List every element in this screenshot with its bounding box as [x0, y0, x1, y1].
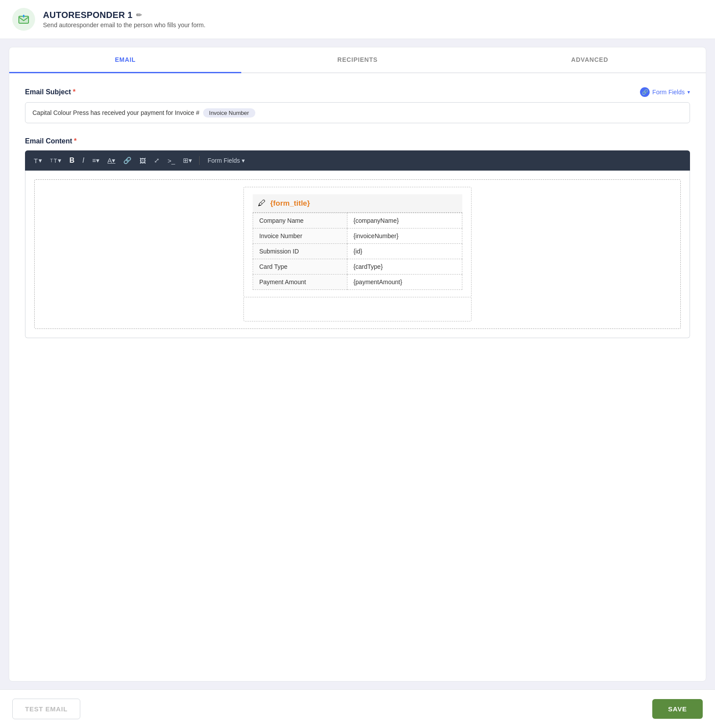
email-subject-label: Email Subject* — [25, 88, 75, 96]
toolbar-form-fields-button[interactable]: Form Fields ▾ — [204, 155, 248, 166]
table-button[interactable]: ⊞▾ — [180, 155, 195, 166]
email-content-section: Email Content* T▾ TT▾ B I ≡▾ A▾ 🔗 🖼 — [25, 137, 690, 338]
editor-area[interactable]: 🖊 {form_title} Company Name {companyName… — [25, 171, 690, 338]
image-button[interactable]: 🖼 — [137, 155, 149, 166]
editor-toolbar: T▾ TT▾ B I ≡▾ A▾ 🔗 🖼 ⤢ >_ ⊞▾ — [25, 150, 690, 171]
form-title-text: {form_title} — [270, 199, 310, 208]
table-label-payment: Payment Amount — [253, 275, 347, 290]
table-value-payment: {paymentAmount} — [347, 275, 462, 290]
table-row: Card Type {cardType} — [253, 259, 462, 275]
italic-button[interactable]: I — [80, 155, 87, 166]
bottom-bar: TEST EMAIL SAVE — [0, 689, 715, 728]
editor-footer-area — [243, 297, 472, 321]
save-button[interactable]: SAVE — [652, 699, 703, 719]
email-data-table: Company Name {companyName} Invoice Numbe… — [253, 213, 462, 290]
table-row: Invoice Number {invoiceNumber} — [253, 228, 462, 244]
chevron-down-icon: ▾ — [687, 89, 690, 95]
code-button[interactable]: >_ — [165, 155, 178, 166]
tabs: EMAIL RECIPIENTS ADVANCED — [9, 47, 706, 73]
table-value-invoice: {invoiceNumber} — [347, 228, 462, 244]
form-title-row: 🖊 {form_title} — [253, 194, 462, 213]
expand-button[interactable]: ⤢ — [151, 155, 162, 166]
link-icon: 🔗 — [640, 87, 650, 97]
table-label-card: Card Type — [253, 259, 347, 275]
test-email-button[interactable]: TEST EMAIL — [12, 699, 80, 719]
header-subtitle: Send autoresponder email to the person w… — [43, 21, 205, 29]
table-label-company: Company Name — [253, 213, 347, 228]
toolbar-separator — [199, 156, 200, 165]
table-label-invoice: Invoice Number — [253, 228, 347, 244]
invoice-number-tag[interactable]: Invoice Number — [203, 108, 255, 118]
table-value-submission: {id} — [347, 244, 462, 259]
bold-button[interactable]: B — [67, 155, 77, 166]
email-subject-field: Email Subject* 🔗 Form Fields ▾ — [25, 87, 690, 97]
align-button[interactable]: ≡▾ — [89, 155, 102, 166]
tab-advanced[interactable]: ADVANCED — [474, 47, 706, 73]
editor-outer-container: 🖊 {form_title} Company Name {companyName… — [34, 179, 681, 329]
table-row: Payment Amount {paymentAmount} — [253, 275, 462, 290]
table-value-card: {cardType} — [347, 259, 462, 275]
tab-email[interactable]: EMAIL — [9, 47, 241, 73]
email-tab-content: Email Subject* 🔗 Form Fields ▾ Capital C… — [9, 73, 706, 352]
table-value-company: {companyName} — [347, 213, 462, 228]
header: AUTORESPONDER 1 ✏ Send autoresponder ema… — [0, 0, 715, 39]
subject-prefix-text: Capital Colour Press has received your p… — [32, 109, 200, 116]
text-size-button[interactable]: TT▾ — [47, 155, 64, 166]
form-fields-button[interactable]: 🔗 Form Fields ▾ — [640, 87, 690, 97]
editor-inner-container: 🖊 {form_title} Company Name {companyName… — [243, 187, 472, 297]
page-wrapper: AUTORESPONDER 1 ✏ Send autoresponder ema… — [0, 0, 715, 728]
text-style-button[interactable]: T▾ — [31, 155, 45, 166]
table-row: Company Name {companyName} — [253, 213, 462, 228]
email-subject-input[interactable]: Capital Colour Press has received your p… — [25, 102, 690, 123]
header-text: AUTORESPONDER 1 ✏ Send autoresponder ema… — [43, 10, 205, 29]
tab-recipients[interactable]: RECIPIENTS — [241, 47, 473, 73]
table-row: Submission ID {id} — [253, 244, 462, 259]
link-button[interactable]: 🔗 — [121, 155, 134, 166]
autoresponder-icon — [12, 8, 35, 31]
email-content-label: Email Content* — [25, 137, 690, 145]
edit-title-icon[interactable]: ✏ — [136, 11, 142, 19]
main-card: EMAIL RECIPIENTS ADVANCED Email Subject*… — [9, 47, 706, 682]
text-color-button[interactable]: A▾ — [105, 155, 118, 166]
page-title: AUTORESPONDER 1 ✏ — [43, 10, 205, 20]
table-label-submission: Submission ID — [253, 244, 347, 259]
pencil-icon: 🖊 — [258, 199, 266, 208]
